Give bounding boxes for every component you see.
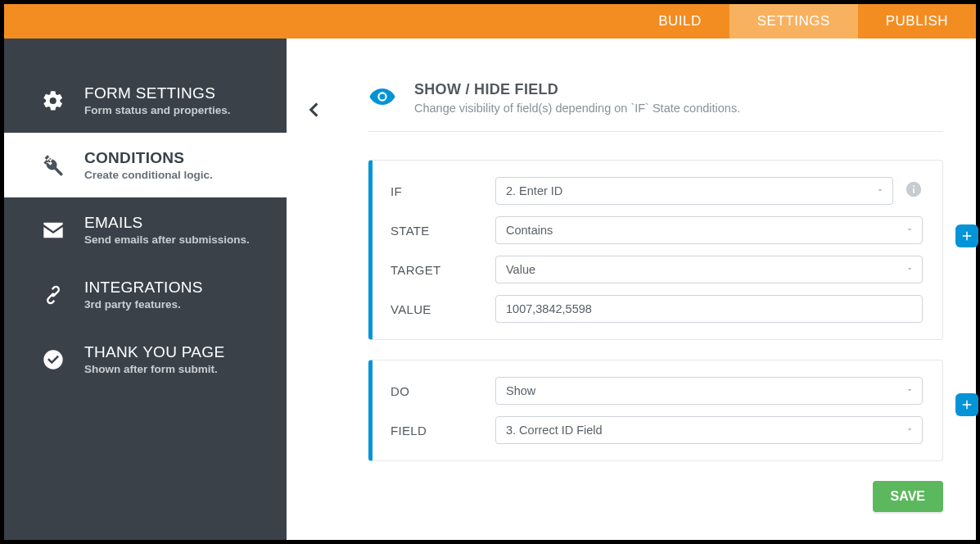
back-button[interactable] [303,94,324,129]
add-condition-button[interactable] [955,224,978,247]
save-button[interactable]: SAVE [873,481,943,512]
sidebar-item-title: FORM SETTINGS [84,84,231,102]
target-value: Value [495,256,923,283]
target-label: TARGET [391,263,495,277]
chevron-down-icon [875,184,885,198]
value-label: VALUE [391,302,495,316]
chevron-down-icon [905,423,915,437]
chevron-down-icon [905,383,915,398]
sidebar-item-sub: Create conditional logic. [84,169,213,181]
if-field-select[interactable]: 2. Enter ID [495,177,893,205]
do-select[interactable]: Show [495,377,923,405]
settings-sidebar: FORM SETTINGS Form status and properties… [4,39,287,540]
tools-icon [37,154,70,177]
if-label: IF [391,184,495,198]
value-input[interactable] [495,295,923,323]
state-label: STATE [391,224,495,238]
panel-subtitle: Change visibility of field(s) depending … [414,102,740,115]
app-root: BUILD SETTINGS PUBLISH FORM SETTINGS For… [4,4,976,540]
if-field-value: 2. Enter ID [495,177,893,205]
sidebar-item-integrations[interactable]: INTEGRATIONS 3rd party features. [4,262,287,327]
tab-settings[interactable]: SETTINGS [729,4,858,39]
target-select[interactable]: Value [495,256,923,283]
top-tabs: BUILD SETTINGS PUBLISH [4,4,976,39]
sidebar-item-sub: Send emails after submissions. [84,233,250,246]
tab-publish[interactable]: PUBLISH [858,4,976,39]
sidebar-item-form-settings[interactable]: FORM SETTINGS Form status and properties… [4,68,287,133]
tab-build[interactable]: BUILD [630,4,729,39]
link-icon [37,283,70,306]
do-value: Show [495,377,923,405]
sidebar-item-sub: Shown after form submit. [84,363,224,375]
sidebar-item-sub: 3rd party features. [84,298,203,311]
state-select[interactable]: Contains [495,216,923,244]
sidebar-item-title: INTEGRATIONS [84,279,203,297]
sidebar-item-title: CONDITIONS [84,149,213,167]
chevron-down-icon [905,223,915,238]
field-label: FIELD [391,424,495,437]
sidebar-item-conditions[interactable]: CONDITIONS Create conditional logic. [4,133,287,197]
eye-icon [368,83,396,114]
do-label: DO [391,384,495,398]
state-value: Contains [495,216,923,244]
save-row: SAVE [336,481,943,512]
add-action-button[interactable] [955,393,978,416]
panel-header: SHOW / HIDE FIELD Change visibility of f… [368,81,943,132]
sidebar-item-emails[interactable]: EMAILS Send emails after submissions. [4,197,287,262]
envelope-icon [37,219,70,242]
field-value: 3. Correct ID Field [495,416,923,444]
check-icon [37,348,70,371]
main-body: FORM SETTINGS Form status and properties… [4,39,976,540]
panel-title: SHOW / HIDE FIELD [414,81,740,98]
content-panel: SHOW / HIDE FIELD Change visibility of f… [287,39,976,540]
info-icon[interactable] [905,180,923,202]
field-select[interactable]: 3. Correct ID Field [495,416,923,444]
sidebar-item-sub: Form status and properties. [84,104,231,116]
sidebar-item-thank-you[interactable]: THANK YOU PAGE Shown after form submit. [4,327,287,392]
gear-icon [37,89,70,112]
if-condition-card: IF 2. Enter ID STATE Contains [368,160,943,340]
sidebar-item-title: THANK YOU PAGE [84,343,224,361]
do-action-card: DO Show FIELD 3. Correct ID Field [368,360,943,461]
chevron-down-icon [905,262,915,277]
sidebar-item-title: EMAILS [84,214,250,232]
